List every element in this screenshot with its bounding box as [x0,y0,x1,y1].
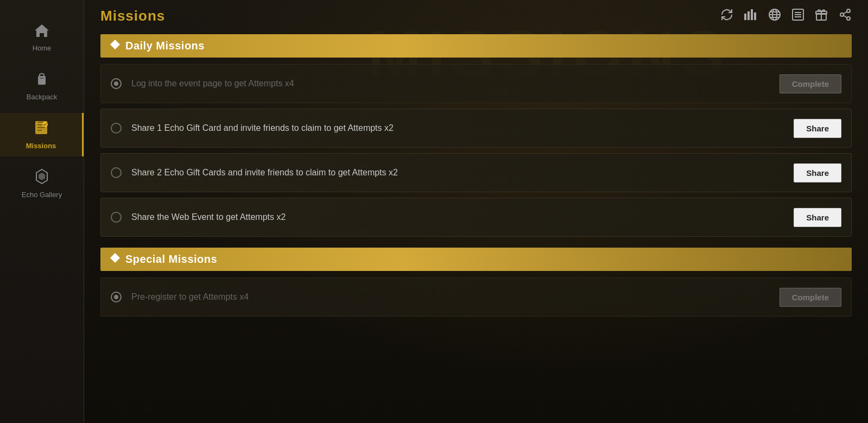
section-daily: Daily MissionsLog into the event page to… [100,34,852,237]
mission-radio-share1 [111,123,122,134]
svg-line-29 [844,15,847,17]
mission-item-preregister: Pre-register to get Attempts x4Complete [100,277,852,317]
echo-gallery-icon [34,168,50,187]
svg-point-26 [840,13,844,16]
mission-btn-share-web[interactable]: Share [794,208,841,227]
mission-radio-preregister [111,292,122,302]
mission-radio-share2 [111,167,122,178]
sidebar-item-label-home: Home [33,44,52,52]
stats-icon[interactable] [744,9,757,23]
diamond-icon-special [110,253,120,266]
missions-content[interactable]: Daily MissionsLog into the event page to… [84,29,868,423]
sidebar-item-label-missions: Missions [26,142,56,150]
mission-text-share2: Share 2 Echo Gift Cards and invite frien… [131,168,794,178]
home-icon [34,23,50,41]
refresh-icon[interactable] [720,8,733,24]
sidebar: Home Backpack Missions Echo Gallery [0,0,84,423]
svg-point-25 [847,9,850,12]
page-title: Missions [100,8,165,24]
mission-item-share1: Share 1 Echo Gift Card and invite friend… [100,109,852,148]
section-header-special: Special Missions [100,248,852,271]
mission-btn-preregister[interactable]: Complete [780,288,841,307]
mission-text-preregister: Pre-register to get Attempts x4 [131,292,780,302]
mission-item-share2: Share 2 Echo Gift Cards and invite frien… [100,153,852,192]
section-header-daily: Daily Missions [100,34,852,58]
mission-btn-share2[interactable]: Share [794,163,841,182]
sidebar-item-label-backpack: Backpack [27,93,57,101]
mission-radio-share-web [111,212,122,223]
list-icon[interactable] [792,9,804,24]
sidebar-item-label-echo-gallery: Echo Gallery [22,191,62,199]
backpack-icon [34,71,50,90]
svg-marker-8 [39,173,45,180]
gift-icon[interactable] [815,8,828,24]
missions-icon [34,119,49,138]
svg-rect-11 [751,9,753,20]
mission-text-login: Log into the event page to get Attempts … [131,79,780,89]
mission-item-login: Log into the event page to get Attempts … [100,64,852,103]
sidebar-item-echo-gallery[interactable]: Echo Gallery [0,162,84,205]
section-special: Special MissionsPre-register to get Atte… [100,248,852,317]
svg-rect-12 [754,12,756,20]
mission-btn-share1[interactable]: Share [794,119,841,138]
sidebar-item-missions[interactable]: Missions [0,113,84,156]
svg-rect-10 [747,11,750,20]
sidebar-item-home[interactable]: Home [0,16,84,59]
section-title-special: Special Missions [125,253,217,266]
main-content: MISSIONS Missions [84,0,868,423]
header-icons [720,8,852,24]
mission-item-share-web: Share the Web Event to get Attempts x2Sh… [100,198,852,237]
mission-text-share-web: Share the Web Event to get Attempts x2 [131,212,794,222]
svg-rect-0 [38,76,46,85]
section-title-daily: Daily Missions [125,40,205,52]
svg-line-28 [844,11,847,14]
mission-btn-login[interactable]: Complete [780,74,841,93]
svg-marker-31 [110,253,120,263]
svg-point-27 [847,17,850,20]
mission-radio-login [111,78,122,89]
svg-rect-1 [40,78,44,79]
header: Missions [84,0,868,29]
mission-text-share1: Share 1 Echo Gift Card and invite friend… [131,123,794,133]
svg-rect-9 [744,14,746,20]
globe-icon[interactable] [768,8,781,24]
diamond-icon-daily [110,40,120,52]
sidebar-item-backpack[interactable]: Backpack [0,64,84,108]
svg-marker-30 [110,40,120,49]
share-icon[interactable] [839,8,852,24]
